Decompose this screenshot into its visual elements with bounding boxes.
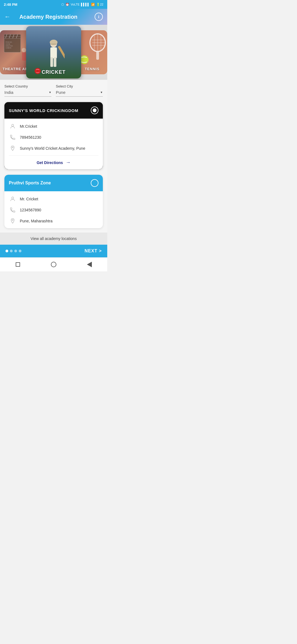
country-label: Select Country: [4, 84, 51, 88]
svg-rect-16: [50, 47, 57, 58]
signal-icon: ▌▌▌▌: [81, 3, 90, 6]
get-directions-sunny[interactable]: Get Directions →: [9, 155, 98, 169]
svg-rect-12: [22, 52, 26, 61]
svg-point-22: [35, 68, 41, 74]
dot-4: [19, 250, 21, 252]
city-select-group: Select City Pune ▼: [56, 84, 103, 97]
vol-icon: VoLTE: [71, 3, 79, 6]
radio-selected-sunny[interactable]: [91, 107, 98, 114]
address-pruthvi: Pune, Maharashtra: [20, 219, 53, 223]
academy-body-sunny: Mr.Cricket 7894561230 Sunny's World C: [4, 119, 103, 169]
sport-carousel[interactable]: PROD.NO. SCENE DIRECTOR CAMERA THEATRE A…: [0, 25, 107, 80]
city-arrow-icon: ▼: [100, 91, 103, 94]
contact-row-sunny: Mr.Cricket: [9, 122, 98, 130]
page-title: Academy Registration: [14, 14, 83, 20]
svg-text:SCENE: SCENE: [6, 43, 10, 45]
city-value: Pune: [56, 90, 65, 95]
svg-rect-21: [54, 57, 56, 67]
svg-point-34: [12, 197, 13, 199]
phone-sunny: 7894561230: [20, 135, 41, 140]
address-row-pruthvi: Pune, Maharashtra: [9, 217, 98, 225]
phone-icon-pruthvi: [9, 206, 16, 214]
person-icon-pruthvi: [9, 195, 16, 203]
address-row-sunny: Sunny's World Cricket Academy, Pune: [9, 144, 98, 152]
country-select-group: Select Country India ▼: [4, 84, 51, 97]
svg-rect-19: [58, 46, 65, 59]
country-value: India: [4, 90, 13, 95]
phone-row-pruthvi: 1234567890: [9, 206, 98, 214]
pin-icon-pruthvi: [9, 217, 16, 225]
academy-name-sunny: SUNNY'S WORLD CRICKINGDOM: [9, 108, 91, 113]
academy-header-sunny[interactable]: SUNNY'S WORLD CRICKINGDOM: [4, 102, 103, 119]
recent-apps-button[interactable]: [14, 260, 22, 269]
view-all-bar[interactable]: View all academy locations: [0, 233, 107, 245]
get-directions-label-sunny: Get Directions: [37, 160, 63, 165]
country-arrow-icon: ▼: [49, 91, 51, 94]
alarm-icon: ⏰: [65, 3, 69, 6]
contact-row-pruthvi: Mr. Cricket: [9, 195, 98, 203]
progress-dots: [6, 250, 21, 252]
radio-inner-sunny: [93, 108, 97, 112]
back-triangle-icon: [87, 262, 92, 267]
city-dropdown[interactable]: Pune ▼: [56, 90, 103, 97]
bottom-nav: NEXT >: [0, 245, 107, 257]
svg-point-11: [22, 48, 26, 52]
app-header: ← Academy Registration i: [0, 9, 107, 25]
back-button[interactable]: ←: [4, 13, 10, 20]
pin-icon-sunny: [9, 144, 16, 152]
directions-arrow-sunny: →: [66, 160, 71, 165]
phone-icon-sunny: [9, 133, 16, 141]
radio-unselected-pruthvi[interactable]: [91, 179, 98, 187]
system-nav-bar: [0, 257, 107, 271]
info-button[interactable]: i: [95, 13, 103, 21]
svg-point-33: [12, 147, 13, 148]
home-circle-icon: [51, 262, 56, 267]
academy-header-pruthvi[interactable]: Pruthvi Sports Zone: [4, 175, 103, 191]
academy-card-pruthvi[interactable]: Pruthvi Sports Zone Mr. Cricket: [4, 175, 103, 228]
bluetooth-icon: ⬠: [61, 3, 64, 6]
academy-name-pruthvi: Pruthvi Sports Zone: [9, 181, 91, 185]
person-icon-sunny: [9, 122, 16, 130]
home-button[interactable]: [50, 260, 58, 269]
cricket-label: CRICKET: [42, 69, 66, 75]
svg-point-35: [12, 220, 13, 221]
status-icons: ⬠ ⏰ VoLTE ▌▌▌▌ 📶 🔋22: [61, 3, 103, 6]
phone-pruthvi: 1234567890: [20, 208, 41, 212]
phone-row-sunny: 7894561230: [9, 133, 98, 141]
svg-point-32: [12, 124, 13, 126]
svg-text:CAMERA: CAMERA: [6, 47, 12, 49]
svg-rect-30: [96, 51, 99, 60]
square-icon: [16, 262, 20, 267]
dot-1: [6, 250, 8, 252]
carousel-item-tennis[interactable]: TENNIS: [77, 30, 107, 74]
filter-row: Select Country India ▼ Select City Pune …: [4, 84, 103, 97]
tennis-label: TENNIS: [85, 67, 100, 71]
status-time: 2:48 PM: [4, 2, 17, 7]
country-dropdown[interactable]: India ▼: [4, 90, 51, 97]
carousel-item-cricket[interactable]: CRICKET: [26, 26, 81, 78]
svg-text:PROD.NO.: PROD.NO.: [6, 41, 12, 43]
contact-name-pruthvi: Mr. Cricket: [20, 197, 38, 201]
city-label: Select City: [56, 84, 103, 88]
status-bar: 2:48 PM ⬠ ⏰ VoLTE ▌▌▌▌ 📶 🔋22: [0, 0, 107, 9]
address-sunny: Sunny's World Cricket Academy, Pune: [20, 146, 85, 151]
academy-card-sunny[interactable]: SUNNY'S WORLD CRICKINGDOM Mr.Cricket: [4, 102, 103, 169]
next-button[interactable]: NEXT >: [85, 249, 102, 253]
academy-body-pruthvi: Mr. Cricket 1234567890 Pune, Maharash: [4, 191, 103, 225]
back-system-button[interactable]: [85, 260, 94, 269]
dot-2: [10, 250, 13, 252]
svg-rect-18: [51, 43, 56, 45]
contact-name-sunny: Mr.Cricket: [20, 124, 37, 129]
wifi-icon: 📶: [91, 3, 95, 6]
svg-text:DIRECTOR: DIRECTOR: [6, 45, 13, 47]
battery-icon: 🔋22: [96, 3, 103, 6]
svg-rect-20: [50, 57, 53, 67]
view-all-label: View all academy locations: [31, 236, 77, 241]
dot-3: [14, 250, 17, 252]
main-content: Select Country India ▼ Select City Pune …: [0, 80, 107, 233]
